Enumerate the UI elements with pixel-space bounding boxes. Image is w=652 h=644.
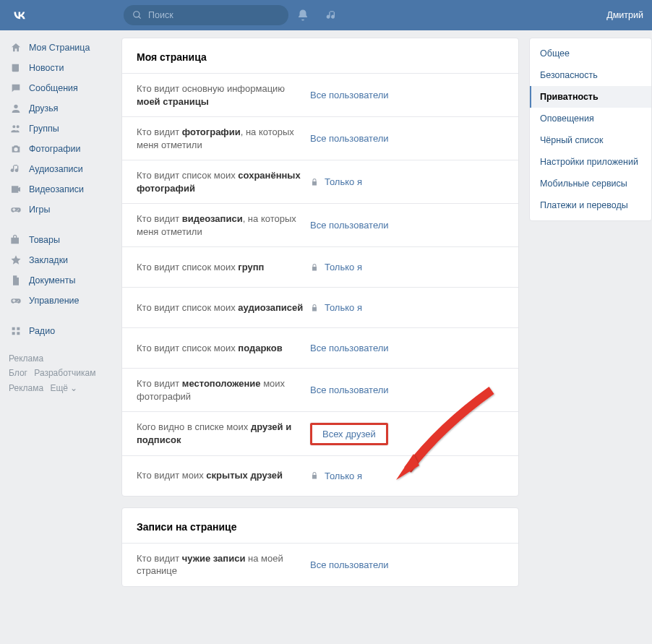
sidebar-item-моя-страница[interactable]: Моя Страница [4,38,117,58]
setting-label: Кто видит список моих аудиозаписей [137,301,310,314]
setting-label: Кто видит местоположение моих фотографий [137,377,310,403]
sidebar-item-документы[interactable]: Документы [4,270,117,291]
search-input[interactable] [148,10,280,20]
settings-nav-item-платежи-и-переводы[interactable]: Платежи и переводы [530,194,651,216]
sidebar-item-друзья[interactable]: Друзья [4,98,117,119]
lock-icon [310,263,319,272]
grid-icon [9,324,23,338]
settings-panel: Моя страницаКто видит основную информаци… [121,38,519,497]
settings-nav-item-приватность[interactable]: Приватность [530,86,651,108]
sidebar-item-label: Видеозаписи [29,184,84,194]
home-icon [9,40,23,55]
sidebar-item-label: Управление [29,296,80,306]
sidebar-item-управление[interactable]: Управление [4,291,117,311]
footer-ad2[interactable]: Реклама [9,383,43,393]
sidebar-item-label: Группы [29,124,59,134]
footer-more[interactable]: Ещё ⌄ [50,383,77,393]
privacy-setting-row: Кто видит список моих подарковВсе пользо… [122,327,518,368]
music-icon [9,162,23,176]
footer-dev[interactable]: Разработчикам [34,368,95,378]
privacy-setting-row: Кто видит список моих сохранённых фотогр… [122,160,518,203]
setting-value-dropdown[interactable]: Только я [310,262,362,272]
file-icon [9,273,23,288]
sidebar-item-группы[interactable]: Группы [4,119,117,139]
sidebar-item-label: Друзья [29,103,59,113]
setting-value-dropdown[interactable]: Только я [310,176,362,187]
search-icon [132,10,142,20]
sidebar-footer-links: Реклама Блог Разработчикам Реклама Ещё ⌄ [4,341,117,395]
setting-value-dropdown[interactable]: Все пользователи [310,133,389,144]
setting-value-dropdown[interactable]: Все пользователи [310,220,389,231]
settings-nav-item-оповещения[interactable]: Оповещения [530,108,651,129]
setting-label: Кто видит список моих сохранённых фотогр… [137,169,310,194]
sidebar-item-сообщения[interactable]: Сообщения [4,78,117,98]
sidebar-item-закладки[interactable]: Закладки [4,250,117,270]
search-box[interactable] [124,5,288,25]
header-username[interactable]: Дмитрий [606,10,646,20]
app-header: Дмитрий [0,0,652,30]
privacy-setting-row: Кто видит чужие записи на моей страницеВ… [122,543,518,586]
settings-nav-item-общее[interactable]: Общее [530,43,651,64]
lock-icon [310,304,319,312]
sidebar-item-label: Товары [29,235,60,245]
settings-side-nav: ОбщееБезопасностьПриватностьОповещенияЧё… [529,38,652,221]
settings-panel: Записи на страницеКто видит чужие записи… [121,507,519,587]
music-icon[interactable] [317,9,346,22]
users-icon [9,121,23,136]
sidebar-item-товары[interactable]: Товары [4,230,117,250]
privacy-setting-row: Кто видит список моих группТолько я [122,246,518,287]
setting-label: Кто видит основную информацию моей стран… [137,82,310,108]
setting-value-dropdown[interactable]: Все пользователи [310,385,389,395]
sidebar-item-label: Аудиозаписи [29,164,83,174]
setting-value-dropdown[interactable]: Только я [310,471,362,481]
privacy-setting-row: Кто видит основную информацию моей стран… [122,73,518,116]
notifications-icon[interactable] [288,9,317,22]
lock-icon [310,178,319,186]
setting-label: Кто видит моих скрытых друзей [137,469,310,482]
svg-line-1 [139,17,141,19]
settings-nav-item-безопасность[interactable]: Безопасность [530,64,651,86]
setting-value-dropdown[interactable]: Только я [310,302,362,313]
sidebar-item-аудиозаписи[interactable]: Аудиозаписи [4,159,117,179]
panel-title: Моя страница [122,38,518,73]
sidebar-item-игры[interactable]: Игры [4,199,117,220]
footer-blog[interactable]: Блог [9,368,27,378]
privacy-setting-row: Кто видит местоположение моих фотографий… [122,368,518,411]
setting-value-dropdown[interactable]: Все пользователи [310,90,389,100]
user-icon [9,101,23,116]
setting-value-dropdown[interactable]: Все пользователи [310,343,389,353]
sidebar-item-label: Радио [29,326,55,336]
sidebar-item-видеозаписи[interactable]: Видеозаписи [4,179,117,199]
gamepad-icon [9,293,23,308]
sidebar-item-label: Сообщения [29,83,78,93]
settings-nav-item-чёрный-список[interactable]: Чёрный список [530,129,651,151]
settings-nav-item-настройки-приложений[interactable]: Настройки приложений [530,151,651,173]
sidebar-item-label: Моя Страница [29,43,90,53]
setting-value-dropdown[interactable]: Все пользователи [310,559,389,570]
privacy-setting-row: Кого видно в списке моих друзей и подпис… [122,411,518,455]
sidebar-item-фотографии[interactable]: Фотографии [4,139,117,159]
camera-icon [9,142,23,156]
privacy-settings-content: Моя страницаКто видит основную информаци… [121,38,519,598]
setting-label: Кого видно в списке моих друзей и подпис… [137,421,310,446]
sidebar-item-label: Игры [29,205,50,215]
sidebar-item-радио[interactable]: Радио [4,321,117,341]
setting-label: Кто видит список моих подарков [137,342,310,355]
svg-point-0 [134,12,140,17]
privacy-setting-row: Кто видит видеозаписи, на которых меня о… [122,203,518,246]
sidebar-item-label: Новости [29,63,64,73]
privacy-setting-row: Кто видит список моих аудиозаписейТолько… [122,287,518,327]
setting-label: Кто видит список моих групп [137,261,310,274]
footer-ad[interactable]: Реклама [9,353,43,364]
setting-label: Кто видит чужие записи на моей странице [137,552,310,578]
star-icon [9,253,23,267]
sidebar-item-новости[interactable]: Новости [4,58,117,78]
setting-value-dropdown[interactable]: Всех друзей [310,423,388,445]
chat-icon [9,81,23,95]
sidebar-item-label: Документы [29,275,75,285]
setting-label: Кто видит видеозаписи, на которых меня о… [137,212,310,238]
highlighted-setting[interactable]: Всех друзей [310,423,388,445]
sidebar-item-label: Закладки [29,255,68,265]
settings-nav-item-мобильные-сервисы[interactable]: Мобильные сервисы [530,173,651,194]
vk-logo[interactable] [9,5,30,25]
